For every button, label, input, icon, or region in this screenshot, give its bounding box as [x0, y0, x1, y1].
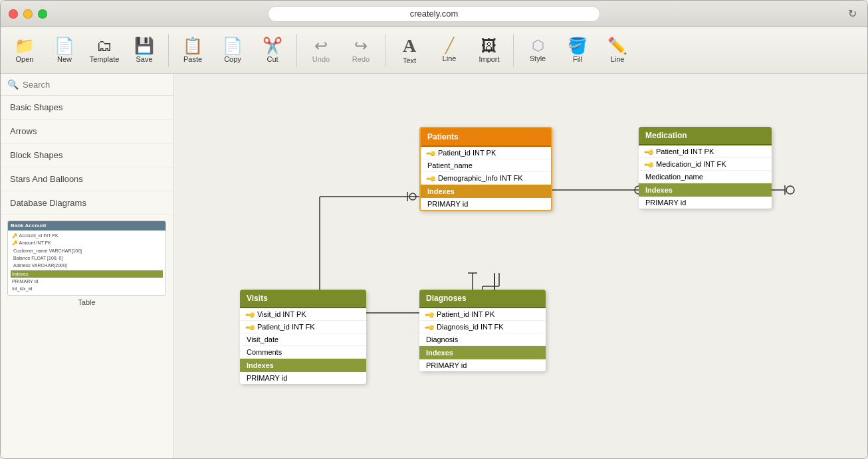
minimize-button[interactable]: [23, 9, 33, 19]
diagnoses-row-2: 🔑 Diagnosis_id INT FK: [419, 321, 546, 333]
sidebar-item-stars-balloons[interactable]: Stars And Balloons: [1, 167, 173, 191]
copy-label: Copy: [224, 55, 241, 63]
diagnoses-field-2: Diagnosis_id INT FK: [437, 323, 504, 331]
fk-icon: 🔑: [426, 173, 437, 183]
url-text: creately.com: [410, 9, 459, 19]
thumb-header: Bank Account: [8, 221, 165, 230]
visits-table[interactable]: Visits 🔑 Visit_id INT PK 🔑 Patient_id IN…: [240, 290, 366, 384]
fill-button[interactable]: 🪣 Fill: [559, 30, 596, 71]
key-icon-vis: 🔑: [245, 309, 256, 320]
fk-icon-diag: 🔑: [425, 321, 435, 332]
table-thumbnail[interactable]: Bank Account 🔑 Account_id INT PK 🔑 Amoun…: [7, 221, 166, 306]
cut-label: Cut: [267, 55, 278, 63]
save-button[interactable]: 💾 Save: [126, 30, 163, 71]
medication-row-1: 🔑 Patient_id INT PK: [639, 145, 772, 158]
search-input[interactable]: [23, 80, 166, 90]
maximize-button[interactable]: [38, 9, 47, 19]
fill-label: Fill: [573, 55, 582, 63]
patients-row-2: Patient_name: [421, 159, 551, 172]
paste-button[interactable]: 📋 Paste: [174, 30, 211, 71]
undo-button[interactable]: ↩ Undo: [302, 30, 340, 71]
patients-index-1: PRIMARY id: [421, 198, 551, 210]
diagnoses-indexes-header: Indexes: [419, 346, 546, 359]
diagnoses-table[interactable]: Diagnoses 🔑 Patient_id INT PK 🔑 Diagnosi…: [419, 290, 546, 371]
visits-field-4: Comments: [247, 348, 282, 356]
visits-field-3: Visit_date: [247, 335, 278, 343]
visits-row-3: Visit_date: [240, 333, 366, 346]
paste-label: Paste: [183, 55, 202, 63]
main-area: 🔍 Basic Shapes Arrows Block Shapes Stars…: [1, 74, 867, 458]
sidebar-item-database-diagrams[interactable]: Database Diagrams: [1, 191, 173, 215]
save-label: Save: [136, 55, 152, 63]
import-button[interactable]: 🖼 Import: [471, 30, 508, 71]
block-shapes-label: Block Shapes: [10, 150, 63, 160]
address-bar[interactable]: creately.com: [268, 6, 600, 22]
visits-header: Visits: [240, 290, 366, 308]
canvas[interactable]: Patients 🔑 Patient_id INT PK Patient_nam…: [173, 74, 867, 458]
diagnoses-body: 🔑 Patient_id INT PK 🔑 Diagnosis_id INT F…: [419, 308, 546, 346]
visits-index-1: PRIMARY id: [240, 372, 366, 384]
visits-row-2: 🔑 Patient_id INT FK: [240, 321, 366, 333]
stars-balloons-label: Stars And Balloons: [10, 174, 83, 184]
medication-table[interactable]: Medication 🔑 Patient_id INT PK 🔑 Medicat…: [639, 127, 772, 209]
title-bar: creately.com ↻: [1, 1, 867, 27]
refresh-button[interactable]: ↻: [848, 7, 857, 20]
close-button[interactable]: [9, 9, 18, 19]
style-button[interactable]: ⬡ Style: [519, 30, 556, 71]
patients-row-1: 🔑 Patient_id INT PK: [421, 147, 551, 159]
copy-button[interactable]: 📄 Copy: [214, 30, 251, 71]
copy-icon: 📄: [223, 38, 243, 54]
patients-field-2: Patient_name: [427, 161, 473, 169]
patients-field-3: Demographic_Info INT FK: [438, 174, 523, 182]
medication-field-1: Patient_id INT PK: [656, 147, 714, 155]
redo-label: Redo: [352, 55, 370, 63]
diagnoses-field-1: Patient_id INT PK: [437, 310, 494, 318]
text-button[interactable]: A Text: [391, 30, 428, 71]
key-icon-diag: 🔑: [425, 309, 435, 320]
search-icon: 🔍: [7, 79, 19, 90]
text-icon: A: [403, 37, 416, 55]
fk-icon-med: 🔑: [644, 159, 655, 169]
diagnoses-field-3: Diagnosis: [426, 335, 458, 343]
redo-button[interactable]: ↪ Redo: [342, 30, 380, 71]
line2-label: Line: [611, 55, 625, 63]
svg-point-22: [409, 193, 416, 200]
diagnoses-index-1: PRIMARY id: [419, 359, 546, 371]
redo-icon: ↪: [354, 38, 368, 54]
new-icon: 📄: [54, 38, 74, 54]
toolbar: 📁 Open 📄 New 🗂 Template 💾 Save 📋 Paste 📄…: [1, 27, 867, 74]
line2-button[interactable]: ✏️ Line: [599, 30, 636, 71]
patients-indexes-header: Indexes: [421, 185, 551, 198]
open-label: Open: [16, 55, 34, 63]
sidebar: 🔍 Basic Shapes Arrows Block Shapes Stars…: [1, 74, 173, 458]
line2-icon: ✏️: [607, 38, 627, 54]
diagnoses-row-1: 🔑 Patient_id INT PK: [419, 308, 546, 321]
open-button[interactable]: 📁 Open: [6, 30, 43, 71]
visits-indexes-header: Indexes: [240, 359, 366, 372]
undo-icon: ↩: [314, 38, 328, 54]
line-label: Line: [443, 54, 457, 62]
sidebar-item-arrows[interactable]: Arrows: [1, 120, 173, 143]
paste-icon: 📋: [183, 38, 203, 54]
patients-field-1: Patient_id INT PK: [438, 149, 496, 157]
new-label: New: [57, 55, 72, 63]
medication-field-3: Medication_name: [645, 173, 703, 181]
style-icon: ⬡: [532, 39, 544, 53]
basic-shapes-label: Basic Shapes: [10, 102, 63, 112]
visits-body: 🔑 Visit_id INT PK 🔑 Patient_id INT FK Vi…: [240, 308, 366, 359]
new-button[interactable]: 📄 New: [46, 30, 83, 71]
patients-table[interactable]: Patients 🔑 Patient_id INT PK Patient_nam…: [419, 127, 552, 211]
visits-row-4: Comments: [240, 346, 366, 359]
diagnoses-row-3: Diagnosis: [419, 333, 546, 346]
line-button[interactable]: ╱ Line: [431, 30, 468, 71]
thumbnail-label: Table: [7, 298, 166, 306]
cut-button[interactable]: ✂️ Cut: [254, 30, 291, 71]
sidebar-item-basic-shapes[interactable]: Basic Shapes: [1, 96, 173, 120]
medication-row-2: 🔑 Medication_id INT FK: [639, 158, 772, 171]
medication-header: Medication: [639, 127, 772, 145]
style-label: Style: [530, 54, 546, 62]
template-button[interactable]: 🗂 Template: [86, 30, 123, 71]
medication-body: 🔑 Patient_id INT PK 🔑 Medication_id INT …: [639, 145, 772, 183]
fk-icon-vis: 🔑: [245, 321, 256, 332]
sidebar-item-block-shapes[interactable]: Block Shapes: [1, 143, 173, 167]
